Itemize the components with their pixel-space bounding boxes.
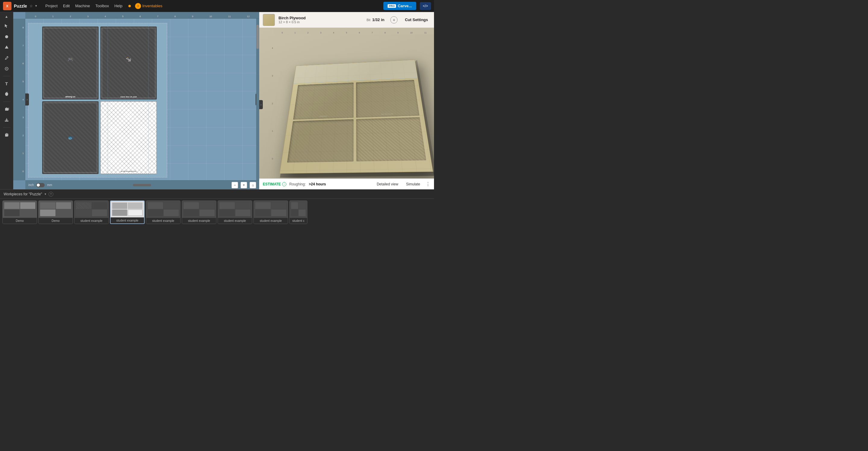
inventables-link[interactable]: I Inventables — [135, 3, 162, 9]
3d-eng-pattern-4 — [356, 117, 426, 161]
cut-settings-button[interactable]: Cut Settings — [402, 16, 430, 23]
vertical-scrollbar-thumb[interactable] — [256, 25, 259, 49]
pro-badge: PRO — [388, 4, 396, 8]
nav-help[interactable]: Help — [112, 2, 125, 9]
wp4-label: student example — [111, 217, 144, 223]
3d-ruler-11: 11 — [424, 32, 427, 34]
ruler-x-4: 4 — [104, 15, 106, 18]
wp9-piece-4 — [299, 210, 306, 216]
wp8-piece-1 — [255, 202, 271, 209]
wp8-piece-4 — [271, 210, 287, 216]
material-name: Birch Plywood — [278, 16, 363, 20]
cube-tool-button[interactable] — [2, 130, 11, 140]
workpiece-item-7[interactable]: student example — [218, 201, 252, 224]
star-icon[interactable]: ☆ — [30, 4, 33, 8]
fit-view-button[interactable]: ⌂ — [250, 182, 256, 188]
nav-toolbox[interactable]: Toolbox — [93, 2, 112, 9]
material-size: 12 × 8 × 0.5 in — [278, 20, 363, 24]
workpieces-title: Workpieces for "Puzzle" — [4, 192, 42, 196]
workpieces-chevron[interactable]: ▾ — [44, 192, 46, 196]
wp2-piece-4 — [56, 210, 71, 216]
3d-eng-pattern-2 — [356, 80, 420, 118]
material-bar: Birch Plywood 12 × 8 × 0.5 in Bit 1/32 i… — [259, 12, 434, 28]
nav-machine[interactable]: Machine — [73, 2, 92, 9]
carve-button[interactable]: PRO Carve... — [383, 2, 416, 10]
target-tool-button[interactable] — [2, 64, 11, 73]
workpiece-item-3[interactable]: student example — [74, 201, 109, 224]
3d-ruler-3: 3 — [320, 32, 321, 34]
wp4-piece-3 — [112, 210, 127, 216]
wp9-label: student c — [290, 218, 307, 224]
more-options-button[interactable]: ⋮ — [426, 181, 430, 187]
3d-panel-collapse[interactable]: › — [259, 100, 263, 109]
panel-collapse-left[interactable]: › — [25, 93, 29, 106]
puzzle-piece-1[interactable]: 🎮 among us — [42, 27, 98, 99]
text-tool-button[interactable]: T — [2, 79, 11, 88]
import-tool-button[interactable] — [2, 115, 11, 125]
horizontal-scrollbar[interactable] — [133, 184, 151, 186]
zoom-in-button[interactable]: + — [241, 182, 247, 188]
right-panel: Birch Plywood 12 × 8 × 0.5 in Bit 1/32 i… — [259, 12, 434, 189]
inventables-label: Inventables — [142, 4, 162, 8]
workpiece-item-4[interactable]: student example — [110, 201, 145, 224]
pen-tool-button[interactable] — [2, 53, 11, 63]
wp7-label: student example — [218, 218, 252, 224]
workpiece-item-1[interactable]: Demo — [2, 201, 37, 224]
puzzle-piece-3[interactable]: 🐟 — [42, 101, 98, 174]
3d-ruler-2: 2 — [307, 32, 309, 34]
svg-rect-7 — [5, 108, 8, 111]
add-bit-button[interactable]: + — [390, 16, 398, 24]
cube-icon — [4, 132, 9, 137]
wp5-piece-1 — [148, 202, 163, 209]
apps-tool-button[interactable] — [2, 90, 11, 99]
nav-menu: Project Edit Machine Toolbox Help — [43, 2, 125, 9]
toolbar-collapse-top[interactable]: ▲ — [5, 14, 8, 19]
box-tool-button[interactable] — [2, 104, 11, 114]
canvas-area[interactable]: 0 1 2 3 4 5 6 7 8 9 10 11 12 0 1 2 3 4 5 — [13, 12, 259, 189]
wp8-label: student example — [254, 218, 288, 224]
workpiece-item-5[interactable]: student example — [146, 201, 181, 224]
code-button[interactable]: </> — [420, 2, 431, 10]
wp5-label: student example — [146, 218, 180, 224]
detailed-view-button[interactable]: Detailed view — [374, 181, 401, 187]
simulate-button[interactable]: Simulate — [404, 181, 423, 187]
circle-tool-button[interactable] — [2, 32, 11, 41]
circle-icon — [4, 35, 9, 39]
3d-ruler-top: 0 1 2 3 4 5 6 7 8 9 10 11 — [274, 28, 434, 34]
apps-icon — [4, 92, 9, 97]
unit-toggle[interactable] — [36, 183, 44, 187]
carve-label: Carve... — [398, 4, 412, 8]
nav-edit[interactable]: Edit — [61, 2, 72, 9]
select-tool-button[interactable] — [2, 21, 11, 31]
3d-ruler-10: 10 — [410, 32, 412, 34]
boundary-line-2 — [148, 24, 149, 177]
roughing-label: Roughing: — [289, 182, 306, 186]
workpiece-item-2[interactable]: Demo — [38, 201, 73, 224]
pen-icon — [4, 56, 9, 60]
title-chevron-icon[interactable]: ▾ — [35, 4, 37, 8]
workpiece-item-8[interactable]: student example — [253, 201, 288, 224]
zoom-out-button[interactable]: − — [231, 182, 238, 188]
nav-project[interactable]: Project — [43, 2, 60, 9]
workpieces-help[interactable]: ? — [49, 192, 53, 197]
main-content: ▲ T — [0, 12, 434, 189]
design-canvas[interactable]: 🎮 among us 🐄 mario time oh yeah — [28, 23, 167, 177]
material-info: Birch Plywood 12 × 8 × 0.5 in — [278, 16, 363, 24]
triangle-tool-button[interactable] — [2, 42, 11, 52]
wp4-preview — [111, 201, 144, 217]
roughing-time: >24 hours — [309, 182, 326, 186]
estimate-bar: ESTIMATE i Roughing: >24 hours Detailed … — [259, 178, 434, 189]
svg-point-6 — [5, 92, 8, 96]
wp3-piece-3 — [76, 210, 91, 216]
estimate-label-section[interactable]: ESTIMATE i — [263, 182, 286, 186]
workpiece-item-6[interactable]: student example — [182, 201, 216, 224]
toggle-thumb — [37, 184, 40, 187]
estimate-text: ESTIMATE — [263, 182, 281, 186]
navbar: X Puzzle ☆ ▾ Project Edit Machine Toolbo… — [0, 0, 434, 12]
3d-eng-pattern-1 — [293, 83, 353, 120]
3d-engraving-4 — [356, 117, 426, 161]
wp9-piece-1 — [291, 202, 298, 209]
ruler-x-2: 2 — [70, 15, 71, 18]
workpiece-item-9[interactable]: student c — [289, 201, 307, 224]
wp8-piece-2 — [271, 202, 287, 209]
